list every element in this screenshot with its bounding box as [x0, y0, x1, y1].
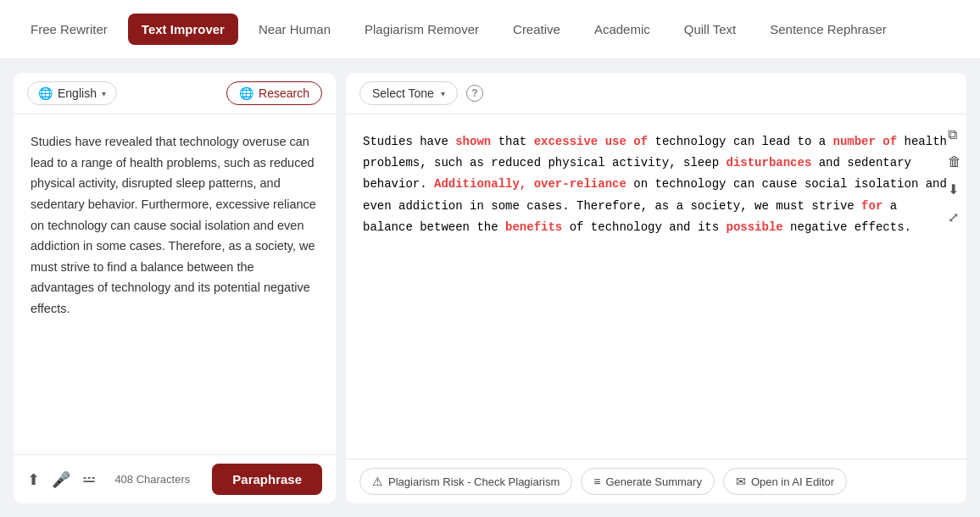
- generate-summary-button[interactable]: ≡ Generate Summary: [581, 468, 715, 495]
- nav-near-human[interactable]: Near Human: [245, 14, 344, 45]
- main-area: 🌐 English ▾ 🌐 Research Studies have reve…: [0, 59, 980, 517]
- nav-sentence-rephraser[interactable]: Sentence Rephraser: [756, 14, 900, 45]
- language-selector[interactable]: 🌐 English ▾: [27, 81, 117, 105]
- nav-free-rewriter[interactable]: Free Rewriter: [17, 14, 121, 45]
- character-count: 408 Characters: [114, 473, 190, 486]
- globe-icon: 🌐: [38, 86, 53, 100]
- research-globe-icon: 🌐: [239, 86, 253, 100]
- generate-summary-label: Generate Summary: [605, 475, 701, 488]
- open-ai-editor-label: Open in AI Editor: [751, 475, 834, 488]
- output-text: Studies have shown that excessive use of…: [363, 131, 949, 238]
- delete-icon[interactable]: 🗑: [948, 154, 961, 170]
- research-button[interactable]: 🌐 Research: [226, 81, 322, 105]
- chevron-down-icon: ▾: [441, 89, 445, 98]
- top-navigation: Free Rewriter Text Improver Near Human P…: [0, 0, 980, 59]
- input-text: Studies have revealed that technology ov…: [31, 131, 319, 320]
- download-icon[interactable]: ⬇: [948, 181, 961, 197]
- nav-academic[interactable]: Academic: [581, 14, 664, 45]
- right-toolbar: Select Tone ▾ ?: [346, 73, 966, 114]
- tone-label: Select Tone: [372, 86, 434, 100]
- warning-icon: ⚠: [372, 475, 383, 488]
- left-footer: ⬆ 🎤 𝌃 408 Characters Paraphrase: [14, 454, 336, 503]
- right-panel: Select Tone ▾ ? Studies have shown that …: [346, 73, 966, 503]
- mic-icon[interactable]: 🎤: [52, 470, 70, 489]
- plagiarism-check-button[interactable]: ⚠ Plagiarism Risk - Check Plagiarism: [359, 468, 572, 495]
- upload-icon[interactable]: ⬆: [27, 470, 40, 489]
- nav-text-improver[interactable]: Text Improver: [128, 14, 238, 45]
- editor-icon: ✉: [736, 475, 746, 488]
- side-actions: ⧉ 🗑 ⬇ ⤢: [943, 120, 966, 232]
- list-icon: ≡: [593, 475, 600, 488]
- plagiarism-check-label: Plagiarism Risk - Check Plagiarism: [388, 475, 560, 488]
- research-label: Research: [259, 86, 309, 100]
- nav-creative[interactable]: Creative: [499, 14, 574, 45]
- input-text-area[interactable]: Studies have revealed that technology ov…: [14, 114, 336, 454]
- expand-icon[interactable]: ⤢: [948, 209, 961, 225]
- tone-selector[interactable]: Select Tone ▾: [359, 81, 458, 105]
- left-panel: 🌐 English ▾ 🌐 Research Studies have reve…: [14, 73, 336, 503]
- language-label: English: [58, 86, 97, 100]
- paraphrase-button[interactable]: Paraphrase: [212, 464, 322, 495]
- right-footer: ⚠ Plagiarism Risk - Check Plagiarism ≡ G…: [346, 459, 966, 503]
- chevron-down-icon: ▾: [102, 89, 106, 98]
- open-ai-editor-button[interactable]: ✉ Open in AI Editor: [723, 468, 847, 495]
- nav-plagiarism-remover[interactable]: Plagiarism Remover: [351, 14, 493, 45]
- nav-quill-text[interactable]: Quill Text: [671, 14, 749, 45]
- copy-icon[interactable]: ⧉: [948, 127, 961, 142]
- left-toolbar: 🌐 English ▾ 🌐 Research: [14, 73, 336, 114]
- help-icon[interactable]: ?: [466, 85, 483, 102]
- output-text-area: Studies have shown that excessive use of…: [346, 114, 966, 459]
- audio-wave-icon[interactable]: 𝌃: [82, 470, 96, 489]
- question-mark: ?: [471, 87, 477, 99]
